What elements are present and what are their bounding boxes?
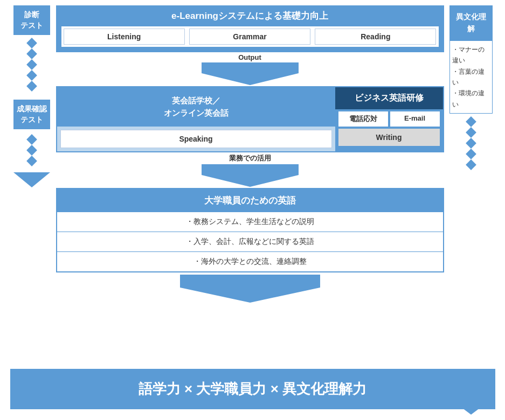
chevron-tri [202, 73, 299, 85]
diamond-4 [26, 70, 37, 81]
business-sub-row: 電話応対 E-mail [335, 109, 443, 128]
elearning-title: e-Learningシステムによる基礎力向上 [61, 10, 439, 22]
speaking-header: 英会話学校／オンライン英会話 [57, 87, 335, 127]
speaking-skill: Speaking [60, 130, 332, 148]
skill-grammar: Grammar [189, 29, 310, 45]
elearning-section: e-Learningシステムによる基礎力向上 Listening Grammar… [56, 5, 444, 52]
elearning-skills: Listening Grammar Reading [61, 26, 439, 47]
business-sub-phone: 電話応対 [338, 111, 388, 127]
right-column: 異文化理解 ・マナーの違い ・言葉の違い ・環境の違い [447, 5, 495, 415]
business-header: ビジネス英語研修 [335, 87, 443, 109]
output-chevron [202, 62, 299, 85]
bottom-banner: 語学力 × 大学職員力 × 異文化理解力 [10, 369, 495, 409]
intercultural-item-3: ・環境の違い [452, 88, 490, 110]
university-item-2: ・入学、会計、広報などに関する英語 [57, 232, 443, 252]
skill-listening: Listening [64, 29, 185, 45]
final-chevron [180, 275, 320, 303]
left-arrow-down [13, 172, 50, 187]
diamond-5 [26, 81, 37, 92]
diamond-8 [26, 156, 37, 166]
right-diamond-2 [466, 127, 476, 138]
speaking-column: 英会話学校／オンライン英会話 Speaking [57, 87, 335, 151]
intercultural-box: 異文化理解 [449, 5, 493, 40]
main-column: e-Learningシステムによる基礎力向上 Listening Grammar… [56, 5, 444, 305]
bottom-diamonds [28, 136, 36, 165]
diagnostic-test-box: 診断テスト [13, 5, 50, 35]
diamond-3 [26, 59, 37, 70]
chevron-rect [202, 62, 299, 73]
right-diamond-4 [466, 149, 476, 159]
right-diamonds [467, 118, 475, 391]
usage-chevron-rect [202, 164, 299, 175]
diamond-7 [26, 145, 37, 156]
business-usage-chevron [202, 164, 299, 187]
middle-section: 英会話学校／オンライン英会話 Speaking ビジネス英語研修 電話応対 E-… [56, 86, 444, 152]
business-sub-email: E-mail [390, 111, 440, 127]
result-test-box: 成果確認テスト [13, 100, 50, 129]
diamond-1 [26, 38, 37, 48]
university-item-1: ・教務システム、学生生活などの説明 [57, 212, 443, 232]
university-header: 大学職員のための英語 [57, 189, 443, 212]
usage-chevron-tri [202, 175, 299, 187]
left-column: 診断テスト 成果確認テスト [10, 5, 53, 415]
skill-reading: Reading [315, 29, 436, 45]
right-diamond-3 [466, 138, 476, 149]
business-usage-label: 業務での活用 [229, 153, 271, 163]
final-arrow [180, 275, 320, 303]
final-chevron-rect [180, 275, 320, 288]
intercultural-item-2: ・言葉の違い [452, 66, 490, 88]
business-column: ビジネス英語研修 電話応対 E-mail Writing [335, 87, 443, 151]
diamond-2 [26, 48, 37, 59]
university-item-3: ・海外の大学との交流、連絡調整 [57, 252, 443, 271]
output-label: Output [238, 53, 261, 61]
right-diamond-1 [466, 116, 476, 127]
diamond-6 [26, 134, 37, 145]
university-section: 大学職員のための英語 ・教務システム、学生生活などの説明 ・入学、会計、広報など… [56, 188, 444, 272]
intercultural-item-1: ・マナーの違い [452, 44, 490, 66]
final-chevron-tri [180, 288, 320, 303]
top-diamonds [28, 39, 36, 90]
output-arrow: Output [202, 53, 299, 85]
intercultural-details: ・マナーの違い ・言葉の違い ・環境の違い [449, 40, 493, 114]
business-usage-arrow: 業務での活用 [202, 153, 299, 187]
writing-box: Writing [338, 129, 440, 146]
right-diamond-5 [466, 159, 476, 170]
